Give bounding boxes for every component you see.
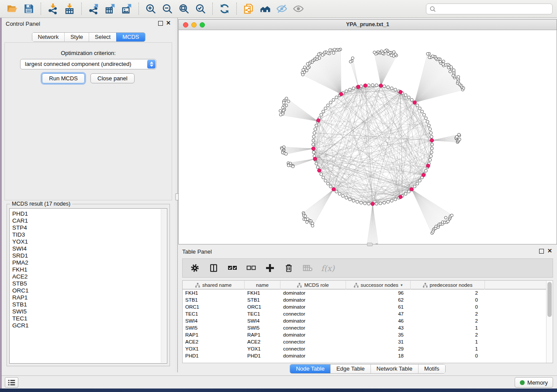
- table-row[interactable]: FKH1FKH1dominator962: [183, 289, 546, 296]
- list-item[interactable]: PMA2: [12, 259, 161, 266]
- search-input[interactable]: [438, 6, 549, 12]
- list-item[interactable]: ACE2: [12, 273, 161, 280]
- table-row[interactable]: YOX1YOX1connector291: [183, 345, 546, 352]
- run-mcds-button[interactable]: Run MCDS: [42, 73, 85, 83]
- column-header-successor-nodes[interactable]: successor nodes▾: [346, 281, 411, 289]
- float-panel-icon[interactable]: [539, 249, 544, 254]
- column-settings-gear-icon[interactable]: [190, 263, 200, 273]
- column-header-MCDS-role[interactable]: MCDS role: [280, 281, 346, 289]
- mcds-result-list[interactable]: PHD1CAR1STP4TID3YOX1SWI4SRD1PMA2FKH1ACE2…: [9, 208, 167, 364]
- list-item[interactable]: CAR1: [12, 217, 161, 224]
- table-panel-header: Table Panel ✕: [178, 246, 557, 257]
- zoom-in-icon[interactable]: [143, 2, 159, 16]
- tab-motifs[interactable]: Motifs: [418, 364, 445, 373]
- first-neighbors-houses-icon[interactable]: [257, 2, 273, 16]
- cell-successor-nodes: 46: [346, 317, 411, 324]
- deselect-all-checkboxes-icon[interactable]: [246, 263, 256, 273]
- select-all-checkboxes-icon[interactable]: [227, 263, 238, 273]
- export-image-icon[interactable]: [119, 2, 135, 16]
- refresh-layout-icon[interactable]: [217, 2, 232, 16]
- cell-predecessor-nodes: 0: [411, 296, 485, 303]
- cell-MCDS-role: dominator: [280, 317, 346, 324]
- list-item[interactable]: TID3: [12, 231, 161, 238]
- table-row[interactable]: ORC1ORC1dominator610: [183, 303, 546, 310]
- list-item[interactable]: ORC1: [12, 287, 161, 294]
- cell-name: ORC1: [245, 303, 280, 310]
- table-row[interactable]: SWI5SWI5connector431: [183, 324, 546, 331]
- add-column-icon[interactable]: [265, 263, 275, 273]
- close-panel-button[interactable]: Close panel: [90, 73, 135, 83]
- export-network-icon[interactable]: [86, 2, 101, 16]
- table-row[interactable]: PHD1PHD1dominator180: [183, 352, 546, 359]
- horizontal-splitter-grip[interactable]: [367, 243, 373, 246]
- import-network-icon[interactable]: [45, 2, 61, 16]
- zoom-out-icon[interactable]: [159, 2, 175, 16]
- task-history-button[interactable]: [5, 377, 18, 388]
- hide-selected-eye-slash-icon[interactable]: [274, 2, 290, 16]
- export-table-icon[interactable]: [102, 2, 118, 16]
- network-window-titlebar[interactable]: YPA_prune.txt_1: [179, 20, 557, 30]
- column-header-predecessor-nodes[interactable]: predecessor nodes: [411, 281, 485, 289]
- column-label: MCDS role: [304, 282, 329, 288]
- tab-style[interactable]: Style: [64, 33, 89, 41]
- show-columns-icon[interactable]: [208, 263, 219, 273]
- delete-column-trash-icon[interactable]: [284, 263, 294, 273]
- table-row[interactable]: TEC1TEC1connector472: [183, 310, 546, 317]
- table-scrollbar-thumb[interactable]: [547, 282, 552, 317]
- column-header-shared-name[interactable]: shared name: [183, 281, 245, 289]
- vertical-splitter[interactable]: [175, 18, 178, 372]
- list-item[interactable]: TEC1: [12, 315, 161, 322]
- column-header-name[interactable]: name: [245, 281, 280, 289]
- cell-name: TEC1: [245, 310, 280, 317]
- list-item[interactable]: STP4: [12, 224, 161, 231]
- table-scrollbar-track[interactable]: [546, 281, 553, 363]
- control-panel-header: Control Panel ✕: [2, 18, 175, 29]
- show-all-eye-icon[interactable]: [291, 2, 306, 16]
- save-session-icon[interactable]: [21, 2, 37, 16]
- list-item[interactable]: RAP1: [12, 294, 161, 301]
- clone-network-icon[interactable]: [241, 2, 256, 16]
- memory-button[interactable]: Memory: [515, 377, 553, 388]
- tab-mcds[interactable]: MCDS: [116, 33, 145, 41]
- list-item[interactable]: STB1: [12, 301, 161, 308]
- list-item[interactable]: STB5: [12, 280, 161, 287]
- list-item[interactable]: GCR1: [12, 322, 161, 329]
- list-item[interactable]: PHD1: [12, 210, 161, 217]
- cell-predecessor-nodes: 2: [411, 310, 485, 317]
- toolbar-separator: [81, 3, 82, 15]
- table-row[interactable]: RAP1RAP1dominator352: [183, 331, 546, 338]
- node-table[interactable]: shared namenameMCDS rolesuccessor nodes▾…: [182, 280, 553, 363]
- float-panel-icon[interactable]: [158, 21, 163, 26]
- list-item[interactable]: SWI4: [12, 245, 161, 252]
- list-item[interactable]: FKH1: [12, 266, 161, 273]
- network-graph-canvas[interactable]: [179, 30, 557, 244]
- import-table-icon[interactable]: [62, 2, 77, 16]
- zoom-fit-icon[interactable]: [176, 2, 192, 16]
- close-panel-icon[interactable]: ✕: [547, 248, 552, 254]
- cell-MCDS-role: connector: [280, 338, 346, 345]
- tab-network-table[interactable]: Network Table: [370, 364, 418, 373]
- list-scrollbar-track[interactable]: [161, 209, 166, 363]
- open-file-icon[interactable]: [4, 2, 20, 16]
- search-box[interactable]: [426, 3, 553, 14]
- tab-node-table[interactable]: Node Table: [290, 364, 330, 373]
- table-row[interactable]: STB1STB1dominator620: [183, 296, 546, 303]
- cell-name: SWI4: [245, 317, 280, 324]
- table-row[interactable]: SWI4SWI4dominator462: [183, 317, 546, 324]
- table-row[interactable]: ACE2ACE2connector311: [183, 338, 546, 345]
- tab-edge-table[interactable]: Edge Table: [330, 364, 370, 373]
- list-item[interactable]: YOX1: [12, 238, 161, 245]
- criterion-dropdown[interactable]: largest connected component (undirected): [20, 59, 156, 69]
- tab-select[interactable]: Select: [89, 33, 116, 41]
- network-graph-svg[interactable]: [179, 30, 557, 244]
- zoom-selected-icon[interactable]: [193, 2, 208, 16]
- list-item[interactable]: SRD1: [12, 252, 161, 259]
- list-item[interactable]: SWI5: [12, 308, 161, 315]
- close-panel-icon[interactable]: ✕: [166, 20, 171, 26]
- network-view-window: YPA_prune.txt_1: [178, 19, 557, 244]
- tab-network[interactable]: Network: [32, 33, 64, 41]
- toolbar-separator: [212, 3, 213, 15]
- cell-predecessor-nodes: 2: [411, 331, 485, 338]
- cell-MCDS-role: dominator: [280, 289, 346, 296]
- cell-name: YOX1: [245, 345, 280, 352]
